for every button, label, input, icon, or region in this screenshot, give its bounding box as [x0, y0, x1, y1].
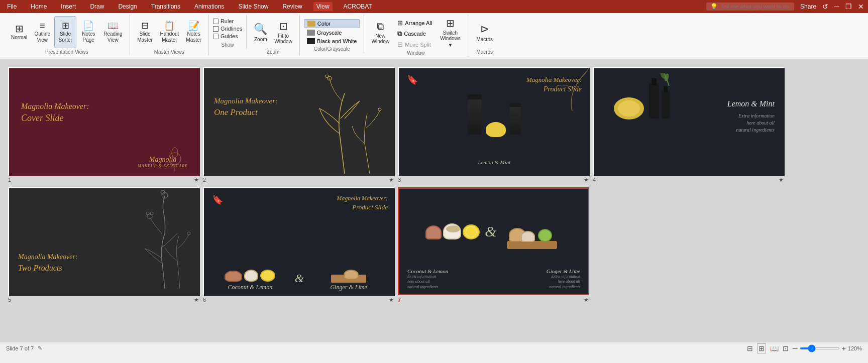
slide-7-ginger-sub: Extra informationhere about allnatural i… — [547, 274, 580, 290]
group-show: Ruler Gridlines Guides Show — [209, 15, 247, 49]
color-option-grayscale[interactable]: Grayscale — [304, 29, 360, 37]
svg-rect-11 — [664, 86, 668, 92]
slide-thumb-7[interactable]: & — [398, 187, 589, 295]
new-window-icon: ⧉ — [377, 21, 384, 32]
guides-checkbox[interactable] — [213, 34, 219, 39]
color-option-bw-label: Black and White — [317, 38, 357, 44]
macros-button[interactable]: ⊳ Macros — [472, 16, 497, 48]
normal-view-button[interactable]: ⊞ Normal — [8, 16, 30, 48]
menu-home[interactable]: Home — [28, 2, 50, 11]
color-option-bw[interactable]: Black and White — [304, 37, 360, 45]
slide-thumb-3[interactable]: 🔖 Magnolia Makeover: Product Slide — [398, 67, 589, 175]
master-views-buttons: ⊟ SlideMaster 📋 HandoutMaster 📝 NotesMas… — [134, 16, 204, 48]
fit-to-window-button[interactable]: ⊡ Fit toWindow — [271, 16, 295, 48]
slide-6-product-right: Ginger & Lime — [311, 272, 386, 291]
tell-me-bar[interactable]: 💡 — [706, 3, 794, 11]
status-reading-view-icon[interactable]: 📖 — [770, 344, 779, 352]
cascade-button[interactable]: ⧉ Cascade — [394, 29, 435, 39]
normal-view-label: Normal — [11, 35, 27, 41]
menu-draw[interactable]: Draw — [87, 2, 107, 11]
new-window-button[interactable]: ⧉ NewWindow — [368, 16, 392, 48]
ruler-checkbox-label[interactable]: Ruler — [213, 18, 242, 24]
zoom-minus-button[interactable]: ─ — [793, 344, 798, 352]
group-presentation-views: ⊞ Normal ≡ OutlineView ⊞ SlideSorter 📄 N… — [4, 15, 130, 56]
macros-label: Macros — [476, 37, 493, 42]
notes-master-button[interactable]: 📝 NotesMaster — [183, 16, 204, 48]
slide-thumb-4[interactable]: Lemon & Mint Extra informationhere about… — [593, 67, 784, 175]
slide-2-number: 2 — [203, 177, 206, 183]
fit-to-window-icon: ⊡ — [279, 20, 288, 32]
switch-windows-button[interactable]: ⊞ SwitchWindows ▼ — [437, 16, 464, 48]
menu-review[interactable]: Review — [279, 2, 305, 11]
slide-wrapper-7: & — [398, 187, 589, 303]
slide-thumb-2[interactable]: Magnolia Makeover: One Product — [203, 67, 394, 175]
status-slide-sorter-icon[interactable]: ⊞ — [757, 343, 766, 353]
slide-2-star: ★ — [389, 177, 394, 183]
notes-page-icon: 📄 — [83, 21, 94, 30]
color-option-color[interactable]: Color — [304, 19, 360, 28]
zoom-slider[interactable] — [800, 347, 840, 349]
slide-3-bookmark: 🔖 — [407, 74, 418, 85]
new-window-label: NewWindow — [372, 33, 390, 44]
normal-view-icon: ⊞ — [15, 24, 24, 34]
slide-thumb-5[interactable]: Magnolia Makeover: Two Products — [8, 187, 199, 295]
slide-thumb-1[interactable]: Magnolia Makeover: Cover Slide Magnolia … — [8, 67, 199, 175]
slide-4-num-row: 4 ★ — [593, 177, 784, 183]
gridlines-checkbox[interactable] — [213, 26, 219, 32]
slide-6-number: 6 — [203, 297, 206, 303]
switch-windows-arrow: ▼ — [448, 42, 453, 48]
gridlines-label: Gridlines — [221, 26, 242, 32]
handout-master-button[interactable]: 📋 HandoutMaster — [157, 16, 182, 48]
close-icon[interactable]: ✕ — [858, 3, 864, 11]
gridlines-checkbox-label[interactable]: Gridlines — [213, 26, 242, 32]
zoom-label: Zoom — [267, 49, 280, 56]
menu-file[interactable]: File — [4, 2, 20, 11]
menu-bar: File Home Insert Draw Design Transitions… — [4, 2, 375, 11]
restore-icon[interactable]: ❐ — [845, 3, 852, 11]
zoom-button[interactable]: 🔍 Zoom — [251, 16, 270, 48]
ruler-checkbox[interactable] — [213, 19, 219, 24]
menu-slideshow[interactable]: Slide Show — [235, 2, 271, 11]
minimize-icon[interactable]: ─ — [834, 3, 839, 11]
move-split-button[interactable]: ⊟ Move Split — [394, 40, 435, 49]
outline-view-icon: ≡ — [40, 21, 45, 30]
reading-view-button[interactable]: 📖 ReadingView — [100, 16, 125, 48]
slide-1-star: ★ — [194, 177, 199, 183]
window-label: Window — [407, 50, 425, 57]
menu-acrobat[interactable]: ACROBAT — [341, 2, 375, 11]
slide-7-coconut-sub: Extra informationhere about allnatural i… — [407, 274, 448, 290]
share-button[interactable]: Share — [800, 3, 816, 10]
slide-3-lemon — [486, 122, 506, 137]
menu-transitions[interactable]: Transitions — [148, 2, 183, 11]
slide-thumb-6[interactable]: 🔖 Magnolia Makeover: Product Slide — [203, 187, 394, 295]
slide-master-button[interactable]: ⊟ SlideMaster — [134, 16, 156, 48]
slide-7-number: 7 — [398, 297, 401, 303]
arrange-all-button[interactable]: ⊞ Arrange All — [394, 18, 435, 28]
presentation-views-buttons: ⊞ Normal ≡ OutlineView ⊞ SlideSorter 📄 N… — [8, 16, 126, 48]
notes-master-label: NotesMaster — [186, 31, 201, 43]
notes-page-button[interactable]: 📄 NotesPage — [77, 16, 99, 48]
color-grayscale-label: Color/Grayscale — [314, 46, 350, 53]
slide-wrapper-6: 🔖 Magnolia Makeover: Product Slide — [203, 187, 394, 303]
slide-6-product-left-name: Coconut & Lemon — [212, 284, 288, 291]
menu-insert[interactable]: Insert — [58, 2, 79, 11]
menu-design[interactable]: Design — [115, 2, 140, 11]
slide-3-caption: Lemon & Mint — [478, 159, 511, 165]
zoom-percentage[interactable]: 120% — [848, 345, 862, 351]
tell-me-input[interactable] — [721, 4, 790, 10]
handout-master-icon: 📋 — [164, 21, 175, 30]
slide-sorter-button[interactable]: ⊞ SlideSorter — [54, 16, 76, 48]
status-presenter-view-icon[interactable]: ⊡ — [783, 344, 789, 352]
edit-icon[interactable]: ✎ — [38, 345, 42, 351]
group-color-grayscale: Color Grayscale Black and White Color/Gr… — [300, 15, 364, 53]
outline-view-button[interactable]: ≡ OutlineView — [31, 16, 53, 48]
history-icon[interactable]: ↺ — [822, 3, 828, 11]
menu-view[interactable]: View — [313, 2, 333, 11]
guides-checkbox-label[interactable]: Guides — [213, 33, 242, 39]
zoom-plus-button[interactable]: + — [842, 344, 846, 352]
slide-sorter-label: SlideSorter — [59, 31, 72, 43]
slide-4-title: Lemon & Mint — [727, 99, 775, 108]
status-normal-view-icon[interactable]: ⊟ — [747, 344, 753, 352]
menu-animations[interactable]: Animations — [191, 2, 227, 11]
slide-7-star: ★ — [584, 297, 589, 303]
